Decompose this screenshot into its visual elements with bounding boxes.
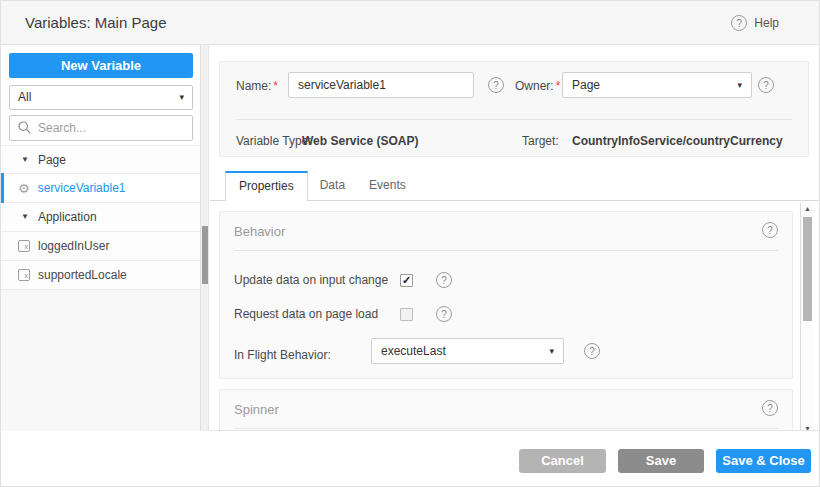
- section-divider: [234, 428, 778, 429]
- tree-item-label: serviceVariable1: [38, 181, 126, 195]
- new-variable-button[interactable]: New Variable: [9, 53, 193, 78]
- tab-events[interactable]: Events: [357, 170, 418, 200]
- owner-label: Owner:*: [515, 79, 560, 93]
- chevron-down-icon: ▾: [179, 86, 184, 109]
- section-divider: [234, 250, 778, 251]
- tree-item-label: loggedInUser: [38, 239, 109, 253]
- owner-help-icon[interactable]: ?: [758, 77, 774, 93]
- triangle-down-icon: ▼: [21, 156, 29, 164]
- name-label: Name:*: [236, 79, 278, 93]
- help-icon: ?: [731, 15, 747, 31]
- in-flight-select[interactable]: executeLast ▾: [371, 338, 564, 364]
- summary-divider: [236, 119, 792, 120]
- owner-select-value: Page: [572, 78, 600, 92]
- search-icon: [18, 121, 31, 134]
- tree-item-servicevariable1[interactable]: ⚙ serviceVariable1: [1, 174, 200, 203]
- scroll-down-icon[interactable]: ▼: [801, 423, 814, 431]
- tree-group-page[interactable]: ▼ Page: [1, 145, 200, 174]
- filter-dropdown-value: All: [18, 90, 31, 104]
- properties-tab-panel: Behavior ? Update data on input change ?…: [210, 201, 819, 431]
- tree-group-application[interactable]: ▼ Application: [1, 203, 200, 232]
- detail-tabstrip: Properties Data Events: [210, 171, 819, 201]
- required-marker: *: [556, 79, 561, 93]
- search-box: [9, 115, 193, 141]
- request-data-label: Request data on page load: [234, 307, 378, 321]
- request-data-checkbox[interactable]: [400, 308, 413, 321]
- required-marker: *: [273, 79, 278, 93]
- variables-dialog: Variables: Main Page ? Help New Variable…: [0, 0, 820, 487]
- variable-icon: x: [18, 269, 30, 281]
- scroll-up-icon[interactable]: ▲: [801, 203, 814, 215]
- spinner-section: Spinner ?: [219, 389, 793, 431]
- update-data-label: Update data on input change: [234, 273, 388, 287]
- request-data-help-icon[interactable]: ?: [436, 306, 452, 322]
- help-label: Help: [754, 16, 779, 30]
- save-and-close-button[interactable]: Save & Close: [716, 449, 811, 473]
- variable-detail-panel: Name:* ? Owner:* Page ▾ ? Variable Type:…: [210, 45, 819, 431]
- variable-type-value: Web Service (SOAP): [302, 134, 418, 148]
- update-data-row: Update data on input change ?: [234, 270, 778, 290]
- tree-group-label: Application: [38, 210, 97, 224]
- web-service-icon: ⚙: [18, 182, 30, 195]
- owner-select[interactable]: Page ▾: [562, 72, 752, 98]
- behavior-section: Behavior ? Update data on input change ?…: [219, 211, 793, 379]
- sidebar-scrollbar-thumb[interactable]: [202, 226, 208, 284]
- save-button[interactable]: Save: [618, 449, 704, 473]
- behavior-section-title: Behavior: [234, 224, 285, 239]
- tree-group-label: Page: [38, 153, 66, 167]
- variable-summary-box: Name:* ? Owner:* Page ▾ ? Variable Type:…: [219, 61, 809, 157]
- dialog-footer: Cancel Save Save & Close: [1, 431, 819, 486]
- content-scrollbar: ▲ ▼: [800, 203, 814, 431]
- target-label: Target:: [522, 134, 559, 148]
- variable-icon: x: [18, 240, 30, 252]
- request-data-row: Request data on page load ?: [234, 304, 778, 324]
- chevron-down-icon: ▾: [737, 73, 742, 97]
- in-flight-label: In Flight Behavior:: [234, 342, 331, 368]
- tree-item-loggedinuser[interactable]: x loggedInUser: [1, 232, 200, 261]
- update-data-checkbox[interactable]: [400, 274, 413, 287]
- name-help-icon[interactable]: ?: [488, 77, 504, 93]
- in-flight-select-value: executeLast: [381, 344, 446, 358]
- variables-sidebar: New Variable All ▾ ▼ Page ⚙ serviceVaria…: [1, 45, 201, 431]
- update-data-help-icon[interactable]: ?: [436, 272, 452, 288]
- tab-data[interactable]: Data: [308, 170, 357, 200]
- variables-tree: ▼ Page ⚙ serviceVariable1 ▼ Application …: [1, 145, 200, 290]
- tree-item-supportedlocale[interactable]: x supportedLocale: [1, 261, 200, 290]
- in-flight-help-icon[interactable]: ?: [584, 343, 600, 359]
- tab-properties[interactable]: Properties: [225, 171, 308, 201]
- tree-empty-area: [1, 290, 200, 431]
- dialog-header: Variables: Main Page ? Help: [1, 1, 819, 45]
- help-link[interactable]: ? Help: [731, 1, 779, 45]
- cancel-button[interactable]: Cancel: [519, 449, 606, 473]
- spinner-section-title: Spinner: [234, 402, 279, 417]
- behavior-help-icon[interactable]: ?: [762, 222, 778, 238]
- target-value: CountryInfoService/countryCurrency: [572, 134, 783, 148]
- variable-type-label: Variable Type:: [236, 134, 312, 148]
- name-input[interactable]: [288, 72, 474, 98]
- sidebar-scrollbar: [201, 45, 209, 431]
- tree-item-label: supportedLocale: [38, 268, 127, 282]
- chevron-down-icon: ▾: [549, 339, 554, 363]
- search-input[interactable]: [9, 115, 193, 141]
- page-title: Variables: Main Page: [25, 1, 166, 45]
- triangle-down-icon: ▼: [21, 213, 29, 221]
- content-scrollbar-thumb[interactable]: [803, 217, 812, 321]
- spinner-help-icon[interactable]: ?: [762, 400, 778, 416]
- filter-dropdown[interactable]: All ▾: [9, 85, 193, 110]
